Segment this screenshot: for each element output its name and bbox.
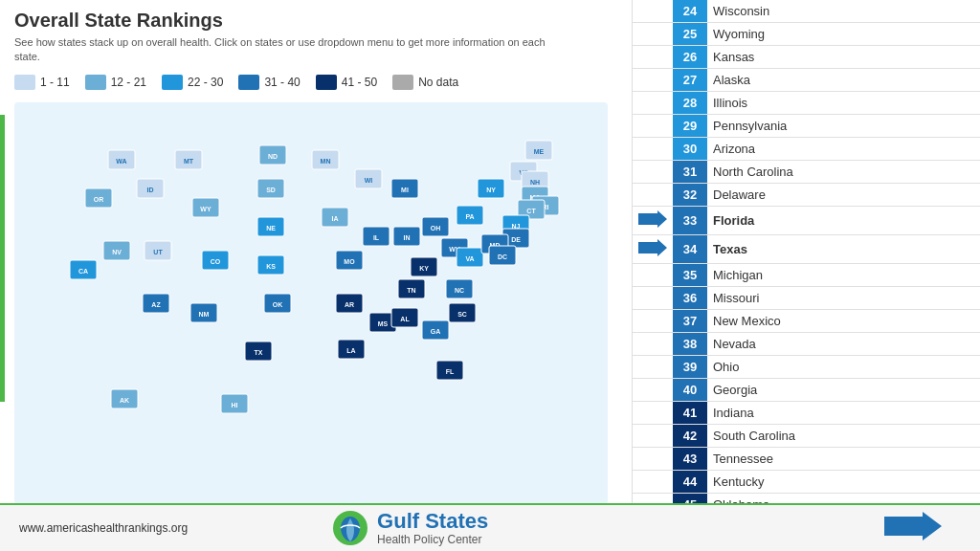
state-CO[interactable]: CO xyxy=(202,251,229,270)
state-ND[interactable]: ND xyxy=(259,145,286,165)
svg-text:ID: ID xyxy=(147,187,154,193)
state-OH[interactable]: OH xyxy=(422,217,449,236)
state-PA[interactable]: PA xyxy=(457,206,483,225)
svg-text:MI: MI xyxy=(401,187,409,193)
rank-state-name[interactable]: Kansas xyxy=(707,46,980,69)
state-OK[interactable]: OK xyxy=(264,294,291,313)
table-row[interactable]: 29Pennsylvania xyxy=(633,115,980,138)
svg-marker-104 xyxy=(638,239,667,256)
table-row[interactable]: 24Wisconsin xyxy=(633,0,980,23)
state-TX[interactable]: TX xyxy=(245,342,272,361)
state-NV[interactable]: NV xyxy=(103,241,130,260)
table-row[interactable]: 40Georgia xyxy=(633,379,980,402)
rank-state-name[interactable]: Pennsylvania xyxy=(707,115,980,138)
state-KY[interactable]: KY xyxy=(411,257,437,276)
rank-state-name[interactable]: Ohio xyxy=(707,356,980,379)
state-OR[interactable]: OR xyxy=(85,188,112,208)
table-row[interactable]: 25Wyoming xyxy=(633,23,980,46)
state-LA[interactable]: LA xyxy=(338,340,365,359)
rank-state-name[interactable]: Nevada xyxy=(707,333,980,356)
state-AR[interactable]: AR xyxy=(336,294,363,313)
svg-text:CA: CA xyxy=(78,268,88,275)
state-WI[interactable]: WI xyxy=(355,169,382,188)
state-WA[interactable]: WA xyxy=(108,150,135,169)
rank-arrow-cell xyxy=(633,471,673,494)
state-SD[interactable]: SD xyxy=(257,179,284,198)
svg-text:MN: MN xyxy=(321,158,331,165)
rank-state-name[interactable]: New Mexico xyxy=(707,310,980,333)
svg-text:AZ: AZ xyxy=(151,301,161,308)
rank-state-name[interactable]: Delaware xyxy=(707,184,980,207)
rank-state-name[interactable]: Wisconsin xyxy=(707,0,980,23)
table-row[interactable]: 28Illinois xyxy=(633,92,980,115)
rank-state-name[interactable]: Alaska xyxy=(707,69,980,92)
table-row[interactable]: 36Missouri xyxy=(633,287,980,310)
state-MO[interactable]: MO xyxy=(336,251,363,270)
rank-state-name[interactable]: Indiana xyxy=(707,402,980,425)
state-AL[interactable]: AL xyxy=(391,308,418,327)
table-row[interactable]: 26Kansas xyxy=(633,46,980,69)
rank-state-name[interactable]: Wyoming xyxy=(707,23,980,46)
rank-state-name[interactable]: Texas xyxy=(707,235,980,264)
state-TN[interactable]: TN xyxy=(398,279,425,298)
state-IN[interactable]: IN xyxy=(393,227,420,246)
state-HI[interactable]: HI xyxy=(221,394,248,413)
rank-state-name[interactable]: Michigan xyxy=(707,264,980,287)
state-NY[interactable]: NY xyxy=(478,179,504,198)
table-row[interactable]: 33Florida xyxy=(633,207,980,235)
table-row[interactable]: 35Michigan xyxy=(633,264,980,287)
state-NE[interactable]: NE xyxy=(257,217,284,236)
state-WY[interactable]: WY xyxy=(192,198,219,217)
table-row[interactable]: 38Nevada xyxy=(633,333,980,356)
rank-state-name[interactable]: South Carolina xyxy=(707,425,980,448)
state-FL[interactable]: FL xyxy=(436,361,463,380)
state-ID[interactable]: ID xyxy=(137,179,164,198)
rank-state-name[interactable]: Kentucky xyxy=(707,471,980,494)
state-GA[interactable]: GA xyxy=(422,320,449,340)
table-row[interactable]: 32Delaware xyxy=(633,184,980,207)
state-MI[interactable]: MI xyxy=(391,179,418,198)
svg-text:IL: IL xyxy=(373,234,380,241)
table-row[interactable]: 39Ohio xyxy=(633,356,980,379)
state-AK[interactable]: AK xyxy=(111,389,138,408)
state-UT[interactable]: UT xyxy=(145,241,171,260)
state-CA[interactable]: CA xyxy=(70,260,97,279)
table-row[interactable]: 43Tennessee xyxy=(633,448,980,471)
state-KS[interactable]: KS xyxy=(257,255,284,275)
rank-state-name[interactable]: Florida xyxy=(707,207,980,235)
svg-text:ND: ND xyxy=(268,153,278,160)
table-row[interactable]: 37New Mexico xyxy=(633,310,980,333)
svg-text:KY: KY xyxy=(419,265,429,272)
state-IL[interactable]: IL xyxy=(363,227,390,246)
table-row[interactable]: 27Alaska xyxy=(633,69,980,92)
table-row[interactable]: 42South Carolina xyxy=(633,425,980,448)
rank-state-name[interactable]: Georgia xyxy=(707,379,980,402)
rank-state-name[interactable]: North Carolina xyxy=(707,161,980,184)
footer-logo-text-group: Gulf States Health Policy Center xyxy=(377,510,488,546)
state-DC[interactable]: DC xyxy=(489,246,516,265)
table-row[interactable]: 30Arizona xyxy=(633,138,980,161)
state-NM[interactable]: NM xyxy=(190,303,217,322)
state-ME[interactable]: ME xyxy=(525,141,552,160)
state-SC[interactable]: SC xyxy=(449,303,476,322)
page-title: Overall State Rankings xyxy=(14,10,617,32)
state-NC[interactable]: NC xyxy=(446,279,473,298)
rank-state-name[interactable]: Missouri xyxy=(707,287,980,310)
rank-state-name[interactable]: Tennessee xyxy=(707,448,980,471)
table-row[interactable]: 34Texas xyxy=(633,235,980,264)
rank-number: 25 xyxy=(673,23,707,46)
state-IA[interactable]: IA xyxy=(322,208,348,227)
table-row[interactable]: 44Kentucky xyxy=(633,471,980,494)
rank-arrow-cell xyxy=(633,184,673,207)
table-row[interactable]: 31North Carolina xyxy=(633,161,980,184)
state-AZ[interactable]: AZ xyxy=(143,294,169,313)
rank-state-name[interactable]: Illinois xyxy=(707,92,980,115)
table-row[interactable]: 41Indiana xyxy=(633,402,980,425)
state-MT[interactable]: MT xyxy=(175,150,202,169)
state-MN[interactable]: MN xyxy=(312,150,339,169)
rank-state-name[interactable]: Arizona xyxy=(707,138,980,161)
rank-arrow-cell xyxy=(633,402,673,425)
state-VA[interactable]: VA xyxy=(457,248,483,267)
us-map-svg[interactable]: WAORCANVIDMTWYUTAZCONMNDSDNEKSOKTXMNIAMO… xyxy=(14,98,608,509)
map-container[interactable]: WAORCANVIDMTWYUTAZCONMNDSDNEKSOKTXMNIAMO… xyxy=(14,98,608,509)
